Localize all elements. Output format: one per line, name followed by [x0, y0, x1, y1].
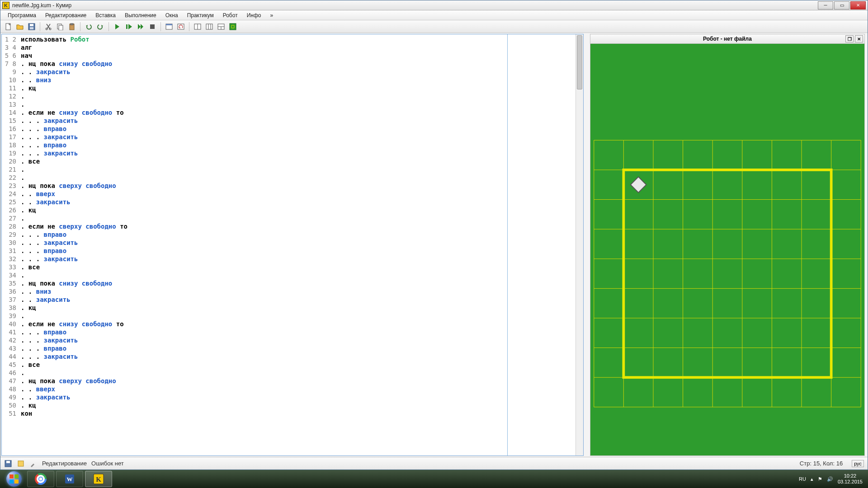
- toolbar-cut[interactable]: [43, 22, 53, 32]
- step-icon: [125, 23, 132, 30]
- line-gutter: 1 2 3 4 5 6 7 8 9 10 11 12 13 14 15 16 1…: [2, 34, 19, 455]
- toolbar-separator: [108, 22, 109, 31]
- toolbar-run[interactable]: [112, 22, 122, 32]
- toolbar-copy[interactable]: [55, 22, 65, 32]
- svg-rect-23: [230, 23, 236, 30]
- maximize-button[interactable]: ▭: [834, 1, 849, 9]
- robot-close-button[interactable]: ✕: [855, 35, 863, 42]
- toolbar-paste[interactable]: [67, 22, 77, 32]
- menu-2[interactable]: Вставка: [91, 11, 120, 20]
- robot-field[interactable]: [590, 44, 865, 456]
- toolbar-undo[interactable]: [84, 22, 94, 32]
- run-icon: [113, 23, 121, 30]
- layout-1-icon: [194, 23, 201, 30]
- toolbar-layout-2[interactable]: [204, 22, 214, 32]
- menu-7[interactable]: Инфо: [242, 11, 266, 20]
- close-button[interactable]: ✕: [850, 1, 866, 9]
- tray-date: 03.12.2015: [838, 479, 863, 485]
- toolbar-separator: [160, 22, 161, 31]
- svg-rect-48: [18, 461, 24, 466]
- toolbar-step[interactable]: [124, 22, 134, 32]
- robot-maximize-button[interactable]: ❐: [845, 35, 854, 42]
- tray-chevron-icon[interactable]: ▴: [811, 476, 813, 482]
- copy-icon: [57, 23, 64, 30]
- app-icon: K: [2, 2, 9, 9]
- toolbar-layout-3[interactable]: [216, 22, 226, 32]
- svg-rect-10: [126, 24, 127, 29]
- taskbar-word[interactable]: W: [56, 471, 83, 487]
- start-button[interactable]: [2, 470, 26, 488]
- toolbar-redo[interactable]: [95, 22, 105, 32]
- splitter[interactable]: [586, 33, 590, 457]
- toolbar-layout-1[interactable]: [193, 22, 203, 32]
- toolbar-save-file[interactable]: [27, 22, 37, 32]
- taskbar: W K RU ▴ ⚑ 🔊 10:22 03.12.2015: [0, 470, 868, 488]
- tray-flag-icon[interactable]: ⚑: [818, 476, 822, 482]
- system-tray: RU ▴ ⚑ 🔊 10:22 03.12.2015: [799, 473, 866, 485]
- svg-rect-3: [30, 27, 33, 29]
- status-tool-icon[interactable]: [29, 460, 38, 468]
- windows-logo-icon: [6, 471, 22, 487]
- svg-text:W: W: [67, 476, 73, 483]
- editor-right-margin: [508, 34, 576, 455]
- tray-clock[interactable]: 10:22 03.12.2015: [838, 473, 863, 485]
- status-cursor: Стр: 15, Кол: 16: [800, 460, 843, 467]
- svg-text:K: K: [96, 476, 101, 483]
- taskbar-chrome[interactable]: [27, 471, 54, 487]
- toolbar-actor-reset[interactable]: [176, 22, 186, 32]
- toolbar-robot-env[interactable]: [228, 22, 238, 32]
- svg-rect-11: [150, 24, 155, 29]
- taskbar-kumir[interactable]: K: [85, 471, 112, 487]
- menu-5[interactable]: Практикум: [183, 11, 218, 20]
- menu-6[interactable]: Робот: [218, 11, 242, 20]
- toolbar-separator: [189, 22, 189, 31]
- editor-pane: 1 2 3 4 5 6 7 8 9 10 11 12 13 14 15 16 1…: [0, 33, 586, 457]
- menu-1[interactable]: Редактирование: [41, 11, 91, 20]
- scrollbar-thumb[interactable]: [577, 35, 582, 89]
- vertical-scrollbar[interactable]: [576, 34, 583, 455]
- tray-lang[interactable]: RU: [799, 476, 806, 482]
- code-area[interactable]: использовать Робот алг нач . нц пока сни…: [19, 34, 507, 455]
- kumir-icon: K: [93, 473, 104, 485]
- status-book-icon[interactable]: [17, 460, 25, 468]
- svg-rect-24: [590, 75, 864, 425]
- main-area: 1 2 3 4 5 6 7 8 9 10 11 12 13 14 15 16 1…: [0, 33, 868, 457]
- toolbar-open-file[interactable]: [15, 22, 25, 32]
- window-title: newfile.Jpg.kum - Кумир: [12, 2, 71, 9]
- stop-icon: [149, 23, 156, 30]
- toolbar-run-fast[interactable]: [136, 22, 146, 32]
- status-save-icon[interactable]: [4, 460, 12, 468]
- statusbar: Редактирование Ошибок нет Стр: 15, Кол: …: [0, 457, 868, 469]
- robot-env-icon: [229, 23, 236, 30]
- svg-rect-7: [59, 25, 63, 30]
- open-file-icon: [16, 23, 24, 30]
- save-file-icon: [28, 23, 35, 30]
- status-errors: Ошибок нет: [91, 460, 124, 467]
- svg-rect-2: [30, 24, 33, 26]
- menu-3[interactable]: Выполнение: [120, 11, 161, 20]
- minimize-button[interactable]: ─: [818, 1, 833, 9]
- code-editor[interactable]: 1 2 3 4 5 6 7 8 9 10 11 12 13 14 15 16 1…: [1, 34, 584, 456]
- tray-sound-icon[interactable]: 🔊: [827, 476, 833, 482]
- toolbar-actor-window[interactable]: [164, 22, 174, 32]
- svg-point-54: [39, 478, 42, 481]
- toolbar-new-file[interactable]: [3, 22, 13, 32]
- tray-time: 10:22: [838, 473, 863, 479]
- menubar: ПрограммаРедактированиеВставкаВыполнение…: [0, 10, 868, 20]
- status-lang-badge[interactable]: рус: [852, 460, 864, 467]
- redo-icon: [97, 23, 104, 30]
- app-window: K newfile.Jpg.kum - Кумир ─ ▭ ✕ Программ…: [0, 0, 868, 470]
- toolbar-separator: [80, 22, 80, 31]
- toolbar-separator: [40, 22, 40, 31]
- toolbar: [0, 20, 868, 33]
- titlebar: K newfile.Jpg.kum - Кумир ─ ▭ ✕: [0, 0, 868, 10]
- menu-0[interactable]: Программа: [3, 11, 41, 20]
- svg-rect-47: [6, 461, 10, 463]
- word-icon: W: [64, 473, 75, 485]
- menu-4[interactable]: Окна: [161, 11, 183, 20]
- run-fast-icon: [137, 23, 144, 30]
- menu-8[interactable]: »: [265, 11, 278, 20]
- new-file-icon: [5, 23, 12, 30]
- toolbar-stop[interactable]: [147, 22, 157, 32]
- status-mode: Редактирование: [42, 460, 87, 467]
